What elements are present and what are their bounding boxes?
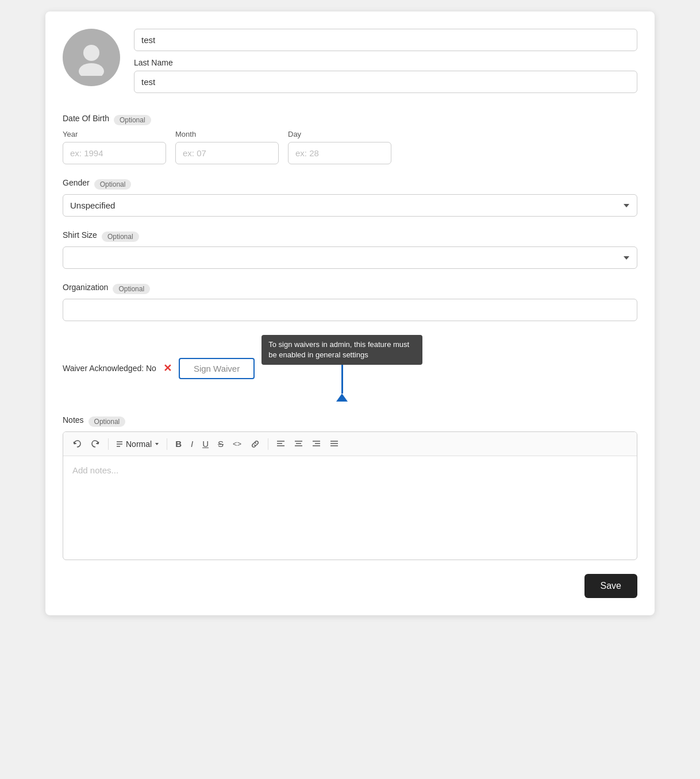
arrowhead bbox=[336, 394, 348, 402]
arrow-line bbox=[341, 365, 343, 394]
align-center-button[interactable] bbox=[291, 438, 306, 450]
waiver-row: Waiver Acknowledged: No ✕ Sign Waiver To… bbox=[63, 335, 637, 402]
year-input[interactable] bbox=[63, 142, 166, 164]
first-name-input[interactable]: test bbox=[134, 29, 637, 51]
svg-point-1 bbox=[79, 63, 104, 76]
organization-input[interactable] bbox=[63, 299, 637, 321]
redo-button[interactable] bbox=[87, 437, 103, 451]
waiver-label: Waiver Acknowledged: No bbox=[63, 364, 156, 373]
gender-select[interactable]: Unspecified Male Female Other bbox=[63, 194, 637, 217]
notes-label-row: Notes Optional bbox=[63, 415, 637, 428]
blue-arrow bbox=[336, 365, 348, 402]
gender-select-wrapper: Unspecified Male Female Other bbox=[63, 194, 637, 217]
gender-optional-badge: Optional bbox=[94, 179, 132, 190]
last-name-group: Last Name test bbox=[134, 58, 637, 93]
day-label: Day bbox=[288, 130, 391, 138]
shirt-size-label-row: Shirt Size Optional bbox=[63, 230, 637, 243]
avatar bbox=[63, 29, 120, 86]
dob-optional-badge: Optional bbox=[114, 115, 151, 125]
gender-section: Gender Optional Unspecified Male Female … bbox=[63, 178, 637, 217]
year-label: Year bbox=[63, 130, 166, 138]
top-row: test Last Name test bbox=[63, 29, 637, 100]
code-button[interactable]: <> bbox=[229, 437, 245, 450]
dob-month-col: Month bbox=[175, 130, 279, 164]
notes-placeholder: Add notes... bbox=[72, 465, 118, 475]
style-dropdown[interactable]: Normal bbox=[113, 438, 162, 450]
align-left-button[interactable] bbox=[273, 438, 289, 450]
form-container: test Last Name test Date Of Birth Option… bbox=[45, 11, 655, 615]
notes-label: Notes bbox=[63, 415, 84, 425]
dob-row: Year Month Day bbox=[63, 130, 637, 164]
day-input[interactable] bbox=[288, 142, 391, 164]
notes-section: Notes Optional Normal bbox=[63, 415, 637, 560]
gender-label: Gender bbox=[63, 178, 90, 187]
first-name-group: test bbox=[134, 29, 637, 51]
gender-label-row: Gender Optional bbox=[63, 178, 637, 191]
organization-optional-badge: Optional bbox=[113, 284, 150, 294]
svg-marker-5 bbox=[155, 443, 159, 445]
shirt-size-section: Shirt Size Optional XS S M L XL XXL bbox=[63, 230, 637, 269]
organization-label-row: Organization Optional bbox=[63, 283, 637, 295]
waiver-x-icon: ✕ bbox=[163, 363, 172, 373]
notes-optional-badge: Optional bbox=[89, 417, 126, 427]
month-input[interactable] bbox=[175, 142, 279, 164]
sign-waiver-button[interactable]: Sign Waiver bbox=[179, 358, 255, 379]
notes-editor-body[interactable]: Add notes... bbox=[63, 456, 637, 560]
underline-button[interactable]: U bbox=[199, 437, 212, 451]
bold-button[interactable]: B bbox=[172, 437, 185, 451]
style-label: Normal bbox=[126, 439, 152, 449]
shirt-size-label: Shirt Size bbox=[63, 230, 97, 240]
strikethrough-button[interactable]: S bbox=[214, 437, 227, 451]
dob-year-col: Year bbox=[63, 130, 166, 164]
toolbar-sep-1 bbox=[108, 438, 109, 450]
undo-button[interactable] bbox=[69, 437, 85, 451]
last-name-input[interactable]: test bbox=[134, 71, 637, 93]
svg-point-0 bbox=[83, 45, 99, 61]
tooltip-area: To sign waivers in admin, this feature m… bbox=[261, 335, 422, 402]
dob-label: Date Of Birth bbox=[63, 114, 109, 123]
month-label: Month bbox=[175, 130, 279, 138]
toolbar-sep-2 bbox=[167, 438, 167, 450]
last-name-label: Last Name bbox=[134, 58, 637, 67]
save-button[interactable]: Save bbox=[584, 574, 637, 598]
toolbar-sep-3 bbox=[268, 438, 268, 450]
notes-editor: Normal B I U S <> bbox=[63, 431, 637, 560]
dob-section: Date Of Birth Optional Year Month Day bbox=[63, 114, 637, 164]
dob-label-row: Date Of Birth Optional bbox=[63, 114, 637, 126]
name-fields: test Last Name test bbox=[134, 29, 637, 100]
waiver-tooltip: To sign waivers in admin, this feature m… bbox=[261, 335, 422, 365]
save-row: Save bbox=[63, 574, 637, 598]
organization-label: Organization bbox=[63, 283, 108, 292]
shirt-size-select-wrapper: XS S M L XL XXL bbox=[63, 246, 637, 269]
align-right-button[interactable] bbox=[309, 438, 324, 450]
shirt-size-optional-badge: Optional bbox=[102, 232, 139, 242]
align-justify-button[interactable] bbox=[326, 438, 342, 450]
organization-section: Organization Optional bbox=[63, 283, 637, 321]
editor-toolbar: Normal B I U S <> bbox=[63, 432, 637, 456]
link-button[interactable] bbox=[247, 437, 263, 451]
shirt-size-select[interactable]: XS S M L XL XXL bbox=[63, 246, 637, 269]
italic-button[interactable]: I bbox=[187, 437, 197, 451]
dob-day-col: Day bbox=[288, 130, 391, 164]
